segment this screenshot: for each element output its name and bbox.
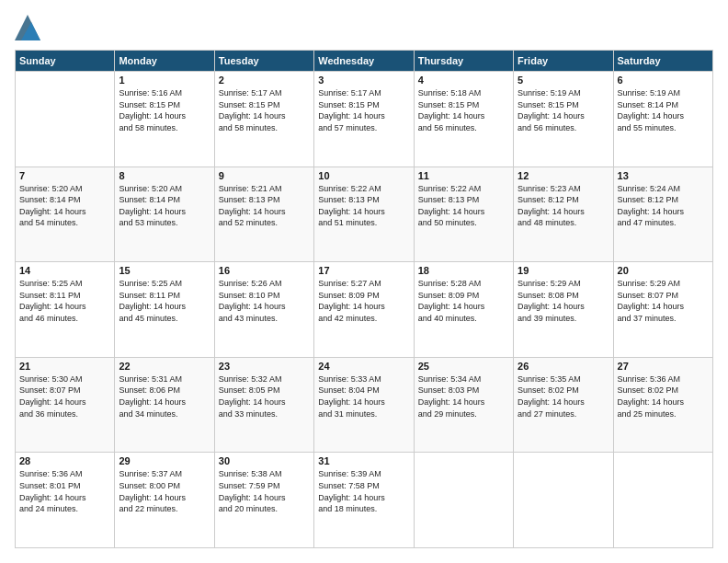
day-info: Sunrise: 5:16 AM Sunset: 8:15 PM Dayligh… xyxy=(119,87,210,133)
calendar-cell: 11Sunrise: 5:22 AM Sunset: 8:13 PM Dayli… xyxy=(414,167,513,262)
calendar-header-friday: Friday xyxy=(514,51,613,72)
day-number: 14 xyxy=(19,265,110,276)
calendar-cell: 17Sunrise: 5:27 AM Sunset: 8:09 PM Dayli… xyxy=(314,262,414,358)
calendar-cell: 6Sunrise: 5:19 AM Sunset: 8:14 PM Daylig… xyxy=(613,72,712,167)
calendar-cell: 23Sunrise: 5:32 AM Sunset: 8:05 PM Dayli… xyxy=(214,357,313,453)
calendar-header-sunday: Sunday xyxy=(16,51,115,72)
calendar-cell: 2Sunrise: 5:17 AM Sunset: 8:15 PM Daylig… xyxy=(214,72,313,167)
calendar-cell: 1Sunrise: 5:16 AM Sunset: 8:15 PM Daylig… xyxy=(115,72,214,167)
day-number: 22 xyxy=(119,361,210,372)
calendar-header-tuesday: Tuesday xyxy=(214,51,313,72)
day-number: 8 xyxy=(119,170,210,181)
calendar-cell: 7Sunrise: 5:20 AM Sunset: 8:14 PM Daylig… xyxy=(16,167,115,262)
day-number: 3 xyxy=(318,75,409,86)
calendar-week-2: 7Sunrise: 5:20 AM Sunset: 8:14 PM Daylig… xyxy=(16,167,713,262)
day-info: Sunrise: 5:36 AM Sunset: 8:02 PM Dayligh… xyxy=(618,373,709,419)
day-number: 24 xyxy=(318,361,409,372)
day-number: 1 xyxy=(119,75,210,86)
calendar-cell xyxy=(514,453,613,548)
day-info: Sunrise: 5:24 AM Sunset: 8:12 PM Dayligh… xyxy=(618,183,709,229)
day-number: 11 xyxy=(418,170,509,181)
day-info: Sunrise: 5:36 AM Sunset: 8:01 PM Dayligh… xyxy=(19,468,110,514)
day-number: 23 xyxy=(219,361,310,372)
calendar-cell: 3Sunrise: 5:17 AM Sunset: 8:15 PM Daylig… xyxy=(314,72,414,167)
day-info: Sunrise: 5:19 AM Sunset: 8:14 PM Dayligh… xyxy=(618,87,709,133)
calendar-header-row: SundayMondayTuesdayWednesdayThursdayFrid… xyxy=(16,51,713,72)
day-info: Sunrise: 5:34 AM Sunset: 8:03 PM Dayligh… xyxy=(418,373,509,419)
day-info: Sunrise: 5:25 AM Sunset: 8:11 PM Dayligh… xyxy=(19,278,110,324)
day-info: Sunrise: 5:25 AM Sunset: 8:11 PM Dayligh… xyxy=(119,278,210,324)
calendar-cell: 25Sunrise: 5:34 AM Sunset: 8:03 PM Dayli… xyxy=(414,357,513,453)
day-number: 5 xyxy=(518,75,609,86)
calendar-header-saturday: Saturday xyxy=(613,51,712,72)
day-number: 31 xyxy=(318,455,409,466)
calendar-cell xyxy=(414,453,513,548)
calendar-cell: 27Sunrise: 5:36 AM Sunset: 8:02 PM Dayli… xyxy=(613,357,712,453)
day-number: 4 xyxy=(418,75,509,86)
day-info: Sunrise: 5:32 AM Sunset: 8:05 PM Dayligh… xyxy=(219,373,310,419)
day-info: Sunrise: 5:17 AM Sunset: 8:15 PM Dayligh… xyxy=(219,87,310,133)
calendar-table: SundayMondayTuesdayWednesdayThursdayFrid… xyxy=(15,50,713,548)
day-number: 26 xyxy=(518,361,609,372)
calendar-cell: 5Sunrise: 5:19 AM Sunset: 8:15 PM Daylig… xyxy=(514,72,613,167)
day-info: Sunrise: 5:18 AM Sunset: 8:15 PM Dayligh… xyxy=(418,87,509,133)
day-info: Sunrise: 5:37 AM Sunset: 8:00 PM Dayligh… xyxy=(119,468,210,514)
calendar-cell: 20Sunrise: 5:29 AM Sunset: 8:07 PM Dayli… xyxy=(613,262,712,358)
day-number: 29 xyxy=(119,455,210,466)
day-info: Sunrise: 5:22 AM Sunset: 8:13 PM Dayligh… xyxy=(318,183,409,229)
day-number: 6 xyxy=(618,75,709,86)
day-info: Sunrise: 5:22 AM Sunset: 8:13 PM Dayligh… xyxy=(418,183,509,229)
day-number: 16 xyxy=(219,265,310,276)
calendar-cell: 21Sunrise: 5:30 AM Sunset: 8:07 PM Dayli… xyxy=(16,357,115,453)
calendar-header-wednesday: Wednesday xyxy=(314,51,414,72)
calendar-cell: 24Sunrise: 5:33 AM Sunset: 8:04 PM Dayli… xyxy=(314,357,414,453)
calendar-week-5: 28Sunrise: 5:36 AM Sunset: 8:01 PM Dayli… xyxy=(16,453,713,548)
calendar-cell: 19Sunrise: 5:29 AM Sunset: 8:08 PM Dayli… xyxy=(514,262,613,358)
calendar-cell: 12Sunrise: 5:23 AM Sunset: 8:12 PM Dayli… xyxy=(514,167,613,262)
logo-icon xyxy=(15,15,40,40)
day-info: Sunrise: 5:35 AM Sunset: 8:02 PM Dayligh… xyxy=(518,373,609,419)
day-number: 30 xyxy=(219,455,310,466)
day-number: 20 xyxy=(618,265,709,276)
calendar-cell xyxy=(613,453,712,548)
day-info: Sunrise: 5:21 AM Sunset: 8:13 PM Dayligh… xyxy=(219,183,310,229)
day-info: Sunrise: 5:26 AM Sunset: 8:10 PM Dayligh… xyxy=(219,278,310,324)
calendar-week-1: 1Sunrise: 5:16 AM Sunset: 8:15 PM Daylig… xyxy=(16,72,713,167)
calendar-cell: 10Sunrise: 5:22 AM Sunset: 8:13 PM Dayli… xyxy=(314,167,414,262)
day-info: Sunrise: 5:29 AM Sunset: 8:08 PM Dayligh… xyxy=(518,278,609,324)
day-info: Sunrise: 5:33 AM Sunset: 8:04 PM Dayligh… xyxy=(318,373,409,419)
calendar-cell: 16Sunrise: 5:26 AM Sunset: 8:10 PM Dayli… xyxy=(214,262,313,358)
day-number: 28 xyxy=(19,455,110,466)
calendar-cell: 26Sunrise: 5:35 AM Sunset: 8:02 PM Dayli… xyxy=(514,357,613,453)
day-info: Sunrise: 5:20 AM Sunset: 8:14 PM Dayligh… xyxy=(119,183,210,229)
day-info: Sunrise: 5:27 AM Sunset: 8:09 PM Dayligh… xyxy=(318,278,409,324)
day-number: 19 xyxy=(518,265,609,276)
day-info: Sunrise: 5:23 AM Sunset: 8:12 PM Dayligh… xyxy=(518,183,609,229)
day-info: Sunrise: 5:19 AM Sunset: 8:15 PM Dayligh… xyxy=(518,87,609,133)
day-number: 2 xyxy=(219,75,310,86)
day-info: Sunrise: 5:30 AM Sunset: 8:07 PM Dayligh… xyxy=(19,373,110,419)
day-number: 12 xyxy=(518,170,609,181)
calendar-cell: 13Sunrise: 5:24 AM Sunset: 8:12 PM Dayli… xyxy=(613,167,712,262)
day-info: Sunrise: 5:31 AM Sunset: 8:06 PM Dayligh… xyxy=(119,373,210,419)
calendar-cell: 4Sunrise: 5:18 AM Sunset: 8:15 PM Daylig… xyxy=(414,72,513,167)
logo xyxy=(15,15,44,40)
day-number: 7 xyxy=(19,170,110,181)
day-info: Sunrise: 5:39 AM Sunset: 7:58 PM Dayligh… xyxy=(318,468,409,514)
day-info: Sunrise: 5:38 AM Sunset: 7:59 PM Dayligh… xyxy=(219,468,310,514)
day-number: 18 xyxy=(418,265,509,276)
day-number: 21 xyxy=(19,361,110,372)
day-info: Sunrise: 5:29 AM Sunset: 8:07 PM Dayligh… xyxy=(618,278,709,324)
calendar-week-3: 14Sunrise: 5:25 AM Sunset: 8:11 PM Dayli… xyxy=(16,262,713,358)
day-number: 15 xyxy=(119,265,210,276)
calendar-cell: 28Sunrise: 5:36 AM Sunset: 8:01 PM Dayli… xyxy=(16,453,115,548)
day-number: 17 xyxy=(318,265,409,276)
page: SundayMondayTuesdayWednesdayThursdayFrid… xyxy=(0,0,728,563)
day-info: Sunrise: 5:17 AM Sunset: 8:15 PM Dayligh… xyxy=(318,87,409,133)
day-number: 9 xyxy=(219,170,310,181)
calendar-cell: 31Sunrise: 5:39 AM Sunset: 7:58 PM Dayli… xyxy=(314,453,414,548)
calendar-header-monday: Monday xyxy=(115,51,214,72)
day-info: Sunrise: 5:28 AM Sunset: 8:09 PM Dayligh… xyxy=(418,278,509,324)
header xyxy=(15,15,713,40)
calendar-cell: 30Sunrise: 5:38 AM Sunset: 7:59 PM Dayli… xyxy=(214,453,313,548)
